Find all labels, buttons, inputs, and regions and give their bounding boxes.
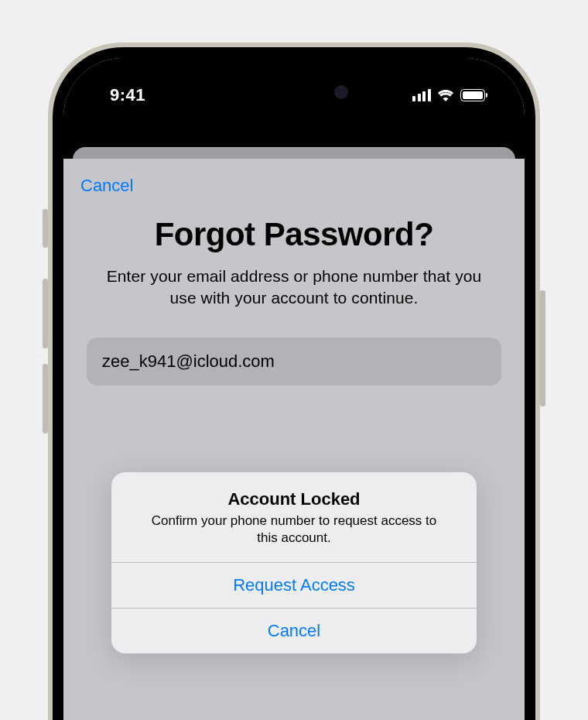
- page-subtitle: Enter your email address or phone number…: [87, 266, 501, 310]
- dynamic-island: [228, 74, 360, 111]
- battery-icon: [460, 89, 488, 101]
- email-input[interactable]: zee_k941@icloud.com: [87, 338, 501, 386]
- phone-frame: 9:41: [48, 43, 540, 720]
- request-access-button[interactable]: Request Access: [111, 562, 477, 608]
- alert-cancel-button[interactable]: Cancel: [111, 608, 477, 653]
- alert-title: Account Locked: [127, 489, 461, 509]
- front-camera: [334, 85, 348, 99]
- wifi-icon: [437, 89, 454, 101]
- cancel-button[interactable]: Cancel: [63, 176, 525, 196]
- volume-up-button[interactable]: [43, 279, 48, 348]
- alert-dialog: Account Locked Confirm your phone number…: [111, 472, 477, 653]
- volume-down-button[interactable]: [43, 364, 48, 434]
- power-button[interactable]: [540, 290, 545, 406]
- alert-message: Confirm your phone number to request acc…: [127, 513, 461, 547]
- status-time: 9:41: [110, 85, 145, 105]
- silence-switch[interactable]: [43, 209, 48, 248]
- cellular-signal-icon: [412, 89, 431, 101]
- page-title: Forgot Password?: [87, 216, 501, 253]
